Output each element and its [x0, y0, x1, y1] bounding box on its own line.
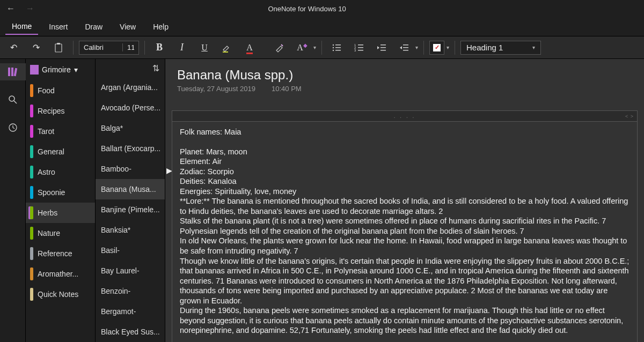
highlight-button[interactable] — [218, 39, 236, 56]
underline-button[interactable]: U — [195, 39, 214, 56]
note-line[interactable]: Planet: Mars, moon — [180, 147, 630, 157]
section-item[interactable]: Recipes — [26, 101, 95, 121]
tab-draw[interactable]: Draw — [78, 19, 109, 34]
svg-rect-23 — [13, 68, 17, 76]
note-container[interactable]: . . . . Folk names: Maia Planet: Mars, m… — [165, 110, 644, 342]
page-item[interactable]: Avocado (Perse... — [96, 98, 165, 118]
note-drag-handle[interactable]: . . . . — [172, 110, 638, 121]
italic-button[interactable]: I — [173, 39, 191, 56]
svg-point-5 — [333, 47, 334, 48]
notebooks-icon[interactable] — [0, 63, 26, 80]
notebook-icon — [30, 65, 39, 75]
tab-insert[interactable]: Insert — [42, 19, 74, 34]
nav-buttons: ← → — [0, 4, 34, 13]
recent-icon[interactable] — [0, 119, 26, 136]
heading-style-select[interactable]: Heading 1 ▾ — [460, 41, 541, 55]
note-line[interactable]: Though we know little of the banana's or… — [180, 256, 630, 306]
note-line[interactable]: During the 1960s, banana peels were some… — [180, 306, 630, 336]
notebook-selector[interactable]: Grimoire ▾ — [26, 59, 95, 80]
tab-home[interactable]: Home — [5, 19, 38, 35]
section-item[interactable]: Reference — [26, 243, 95, 264]
page-item[interactable]: Bamboo- — [96, 159, 165, 179]
page-title[interactable]: Banana (Musa spp.) — [177, 68, 644, 83]
page-item[interactable]: Banksia* — [96, 220, 165, 240]
page-item[interactable]: Basil- — [96, 240, 165, 261]
page-item[interactable]: Ballart (Exocarp... — [96, 138, 165, 159]
svg-rect-8 — [335, 50, 341, 51]
search-icon[interactable] — [0, 91, 26, 108]
section-item[interactable]: General — [26, 142, 95, 162]
section-item[interactable]: Quick Notes — [26, 284, 95, 304]
chevron-down-icon[interactable]: ▾ — [447, 44, 449, 50]
section-color-tab — [30, 247, 33, 260]
note-line[interactable]: Deities: Kanaloa — [180, 176, 630, 187]
font-selector[interactable] — [79, 41, 139, 55]
forward-button: → — [26, 4, 34, 13]
note-line[interactable]: Energies: Spirituality, love, money — [180, 187, 630, 197]
note-line[interactable]: In old New Orleans, the plants were grow… — [180, 236, 630, 256]
page-item[interactable]: Bay Laurel- — [96, 261, 165, 281]
note-body[interactable]: Folk names: Maia Planet: Mars, moon Elem… — [172, 121, 638, 342]
svg-rect-2 — [223, 51, 228, 53]
page-item[interactable]: Banjine (Pimele... — [96, 199, 165, 220]
section-color-tab — [30, 267, 33, 280]
undo-button[interactable]: ↶ — [4, 39, 23, 56]
note-line[interactable]: Folk names: Maia — [180, 127, 630, 137]
sort-icon: ⇅ — [152, 63, 159, 73]
section-item[interactable]: Astro — [26, 162, 95, 182]
page-item[interactable]: Balga* — [96, 118, 165, 138]
svg-rect-4 — [335, 44, 341, 46]
section-item[interactable]: Tarot — [26, 121, 95, 142]
section-color-tab — [30, 288, 33, 301]
styles-icon[interactable]: A◆ — [293, 39, 311, 56]
svg-text:3: 3 — [354, 49, 356, 52]
svg-rect-15 — [380, 44, 386, 46]
note-line[interactable]: Element: Air — [180, 157, 630, 167]
page-item[interactable]: Argan (Argania... — [96, 77, 165, 98]
svg-rect-21 — [8, 68, 10, 76]
section-item[interactable]: Food — [26, 80, 95, 101]
page-item[interactable]: Bergamot- — [96, 301, 165, 322]
section-item[interactable]: Aromather... — [26, 264, 95, 284]
page-item[interactable]: Black Eyed Sus... — [96, 322, 165, 342]
page-item[interactable]: Benzoin- — [96, 281, 165, 301]
bold-button[interactable]: B — [150, 39, 169, 56]
tag-todo[interactable]: ✓ — [429, 41, 444, 55]
font-color-button[interactable]: A — [240, 39, 259, 56]
section-item[interactable]: Spoonie — [26, 182, 95, 203]
app-title: OneNote for Windows 10 — [34, 5, 580, 13]
section-item[interactable]: Herbs — [26, 203, 95, 223]
chevron-down-icon[interactable]: ▾ — [313, 44, 316, 50]
chevron-down-icon[interactable]: ▾ — [415, 44, 418, 50]
pages-panel: ⇅ Argan (Argania...Avocado (Perse...Balg… — [96, 59, 165, 342]
svg-rect-12 — [358, 47, 363, 48]
svg-line-25 — [14, 101, 17, 103]
redo-button[interactable]: ↷ — [27, 39, 45, 56]
page-time: 10:40 PM — [272, 85, 302, 93]
section-label: Quick Notes — [38, 290, 78, 299]
svg-rect-0 — [55, 44, 62, 52]
note-line[interactable]: Zodiac: Scorpio — [180, 167, 630, 177]
section-color-tab — [30, 186, 33, 199]
back-button[interactable]: ← — [6, 4, 15, 13]
font-name-input[interactable] — [79, 43, 122, 51]
numbering-button[interactable]: 123 — [350, 39, 368, 56]
page-item[interactable]: Banana (Musa... — [96, 179, 165, 199]
note-line[interactable]: **Lore:** The banana is mentioned throug… — [180, 196, 630, 216]
section-item[interactable]: Nature — [26, 223, 95, 243]
outdent-button[interactable] — [372, 39, 391, 56]
menu-tabs: Home Insert Draw View Help — [0, 17, 644, 36]
pages-sort[interactable]: ⇅ — [96, 59, 165, 77]
svg-rect-20 — [403, 50, 408, 51]
indent-button[interactable] — [395, 39, 413, 56]
bullets-button[interactable] — [327, 39, 346, 56]
clear-format-button[interactable] — [270, 39, 289, 56]
chevron-down-icon: ▾ — [74, 65, 78, 74]
font-size-input[interactable] — [122, 43, 138, 51]
note-line[interactable]: Stalks of the banana plant (it is not a … — [180, 216, 630, 236]
section-label: Nature — [38, 229, 60, 237]
tab-help[interactable]: Help — [147, 19, 175, 34]
chevron-down-icon: ▾ — [532, 44, 535, 50]
tab-view[interactable]: View — [113, 19, 142, 34]
clipboard-button[interactable] — [49, 39, 68, 56]
